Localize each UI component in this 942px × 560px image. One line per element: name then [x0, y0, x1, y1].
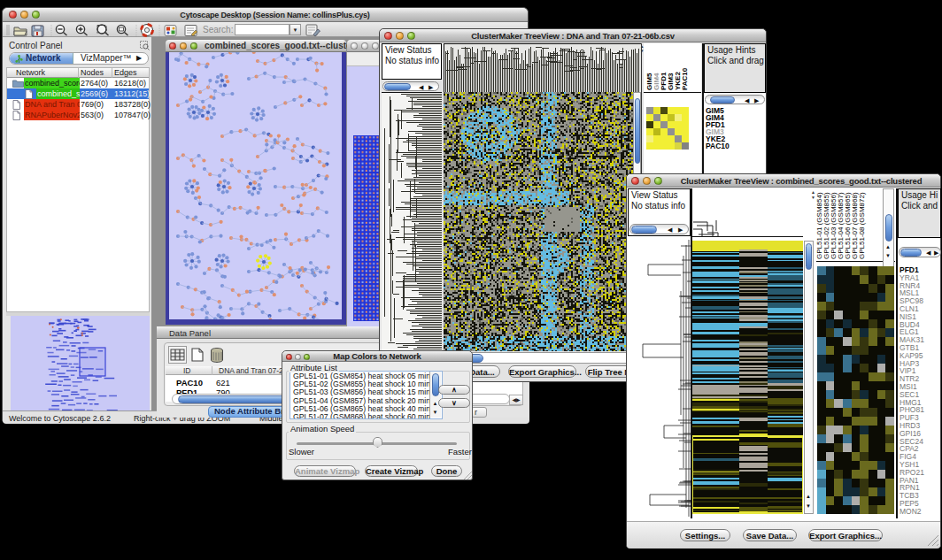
svg-text:GPL51-08 (GSM872): GPL51-08 (GSM872) — [858, 192, 866, 259]
svg-text:PAC10: PAC10 — [681, 67, 689, 90]
